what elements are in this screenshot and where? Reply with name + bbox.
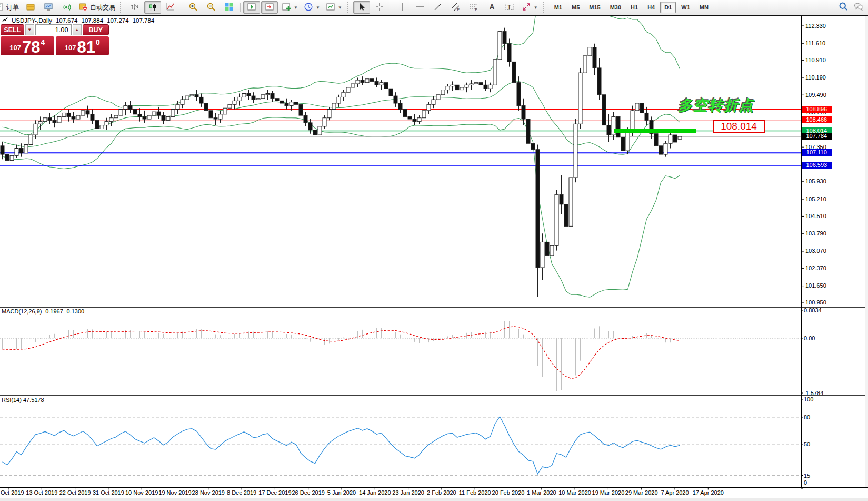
symbol-name: USDJPY-,Daily [12,17,52,24]
ohlc-high: 107.884 [81,17,103,24]
toolbar-grip[interactable] [347,2,351,13]
chevron-down-icon[interactable]: ▼ [316,5,320,10]
date-axis-label: 19 Mar 2020 [592,489,625,496]
cursor-icon [356,2,367,14]
volume-input[interactable] [35,24,72,35]
rsi-panel [0,417,801,476]
candlestick-icon [147,2,158,14]
text-label-icon: T [504,2,515,14]
support-zone-bar[interactable] [614,129,697,133]
text-label-button[interactable]: T [501,1,518,14]
zoom-in-button[interactable] [185,1,202,14]
price-tag-annotation[interactable]: 108.014 [713,120,765,133]
price-axis-border [801,16,802,487]
buy-price-button[interactable]: 107810 [56,36,109,55]
channel-button[interactable]: E [447,1,464,14]
rsi-axis-tick: 50 [804,441,810,447]
svg-text:T: T [507,4,511,9]
sell-button[interactable]: SELL [1,24,24,35]
timeframe-m15[interactable]: M15 [585,2,604,13]
horizontal-line-button[interactable] [412,1,428,14]
toolbar-grip[interactable] [120,2,124,13]
sell-price-main: 107 [9,44,21,52]
timeframe-m1[interactable]: M1 [550,2,566,13]
chart-plot[interactable] [0,0,868,501]
toolbar-grip[interactable] [543,2,546,13]
tile-windows-button[interactable] [221,1,237,14]
toolbar-right-icons [838,1,868,14]
arrows-button[interactable]: ▼ [519,1,540,14]
auto-trading-button[interactable]: 自动交易 [76,1,117,14]
date-axis-label: 23 Jan 2020 [392,489,424,496]
sell-price-button[interactable]: 107784 [1,36,54,55]
macd-axis-tick: -1.5784 [804,390,823,396]
timeframe-w1[interactable]: W1 [677,2,694,13]
volume-increase-button[interactable]: ▲ [73,24,82,35]
bar-chart-button[interactable] [126,1,143,14]
date-axis-label: 8 Dec 2019 [227,489,256,496]
chart-marker-icon [2,17,8,24]
date-axis-label: 29 Mar 2020 [625,489,658,496]
chart-template-icon [325,2,336,14]
date-axis-label: 17 Apr 2020 [693,489,724,496]
tile-windows-icon [224,2,234,14]
text-button[interactable]: A [483,1,500,14]
timeframe-toolbar: M1M5M15M30H1H4D1W1MN [550,2,713,13]
vertical-line-button[interactable] [394,1,411,14]
toolbar-separator [182,3,182,12]
search-icon[interactable] [838,1,849,14]
rsi-name: RSI(14) [2,397,22,403]
panel-resize-separator[interactable] [0,306,868,308]
trendline-button[interactable] [430,1,446,14]
toolbar-separator [391,3,391,12]
chevron-down-icon[interactable]: ▼ [534,5,538,10]
chevron-down-icon[interactable]: ▼ [294,5,298,10]
date-axis-label: 31 Oct 2019 [93,489,124,496]
signals-button[interactable] [58,1,75,14]
price-axis-tick: 101.650 [805,282,826,289]
price-axis-tick: 105.930 [805,178,826,184]
toolbar-button-label: 订单 [6,3,19,12]
auto-scroll-icon [264,2,275,14]
crosshair-button[interactable] [371,1,388,14]
chart-shift-button[interactable] [243,1,260,14]
new-order-button[interactable]: 订单 [0,1,21,14]
timeframe-m30[interactable]: M30 [606,2,625,13]
chat-icon[interactable] [853,1,864,14]
periods-button[interactable]: ▼ [301,1,322,14]
price-axis-tick: 103.790 [805,230,826,237]
bollinger-middle-band [3,82,680,154]
trendline-icon [433,2,443,14]
macd-name: MACD(12,26,9) [2,308,42,315]
candlesticks [1,26,682,297]
history-center-button[interactable] [22,1,39,14]
panel-resize-separator[interactable] [0,394,868,396]
one-click-trading-panel: SELL ▼ ▲ BUY 107784 107810 [1,24,109,55]
fibonacci-button[interactable]: F [465,1,482,14]
market-watch-icon [43,2,54,14]
market-watch-button[interactable] [40,1,57,14]
timeframe-d1[interactable]: D1 [660,2,676,13]
rsi-axis-tick: 15 [804,473,810,479]
buy-button[interactable]: BUY [83,24,109,35]
price-axis-tick: 110.910 [805,57,826,63]
volume-decrease-button[interactable]: ▼ [25,24,34,35]
macd-panel [0,321,801,392]
chevron-down-icon[interactable]: ▼ [338,5,342,10]
price-axis-tick: 102.370 [805,265,826,271]
line-chart-button[interactable] [162,1,179,14]
timeframe-mn[interactable]: MN [695,2,713,13]
timeframe-h4[interactable]: H4 [643,2,659,13]
candlestick-button[interactable] [144,1,161,14]
price-axis-tick: 104.510 [805,213,826,219]
timeframe-m5[interactable]: M5 [567,2,584,13]
date-axis-label: 2 Feb 2020 [427,489,456,496]
indicators-button[interactable]: ▼ [279,1,300,14]
date-axis-label: 11 Feb 2020 [459,489,491,496]
cursor-button[interactable] [353,1,370,14]
timeframe-h1[interactable]: H1 [626,2,642,13]
templates-button[interactable]: ▼ [323,1,344,14]
right-edge-strip [865,16,868,487]
auto-scroll-button[interactable] [261,1,278,14]
zoom-out-button[interactable] [203,1,220,14]
